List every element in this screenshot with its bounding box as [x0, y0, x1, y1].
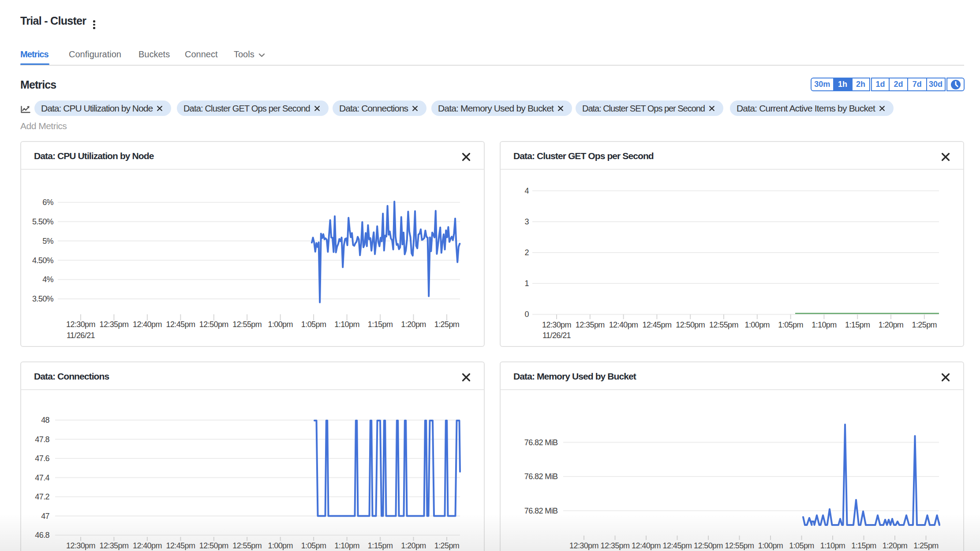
svg-text:4%: 4%: [42, 275, 53, 284]
svg-text:1:10pm: 1:10pm: [334, 320, 359, 329]
svg-text:76.82 MiB: 76.82 MiB: [524, 472, 558, 481]
svg-text:2: 2: [525, 248, 529, 257]
svg-text:1:25pm: 1:25pm: [434, 541, 459, 550]
svg-text:1:15pm: 1:15pm: [845, 320, 870, 329]
svg-text:1:20pm: 1:20pm: [401, 541, 426, 550]
svg-text:12:45pm: 12:45pm: [166, 541, 195, 550]
svg-text:1:00pm: 1:00pm: [268, 541, 292, 550]
svg-text:12:55pm: 12:55pm: [232, 320, 262, 329]
svg-text:12:50pm: 12:50pm: [199, 320, 228, 329]
svg-text:47.4: 47.4: [35, 473, 49, 482]
svg-text:12:45pm: 12:45pm: [166, 320, 195, 329]
svg-text:12:30pm: 12:30pm: [569, 541, 598, 550]
svg-text:12:35pm: 12:35pm: [576, 320, 605, 329]
svg-text:1:00pm: 1:00pm: [268, 320, 292, 329]
svg-text:12:50pm: 12:50pm: [694, 541, 723, 550]
svg-text:12:45pm: 12:45pm: [642, 320, 671, 329]
svg-text:1:10pm: 1:10pm: [334, 541, 359, 550]
svg-text:1:15pm: 1:15pm: [851, 541, 876, 550]
svg-text:3: 3: [525, 217, 529, 226]
svg-text:76.82 MiB: 76.82 MiB: [524, 506, 558, 515]
svg-text:12:55pm: 12:55pm: [725, 541, 754, 550]
svg-text:4: 4: [525, 186, 529, 195]
svg-text:12:30pm: 12:30pm: [542, 320, 571, 329]
svg-text:12:45pm: 12:45pm: [663, 541, 692, 550]
svg-text:5.50%: 5.50%: [32, 217, 54, 226]
svg-text:1:05pm: 1:05pm: [778, 320, 803, 329]
svg-text:47.2: 47.2: [35, 492, 49, 501]
svg-text:1:05pm: 1:05pm: [789, 541, 814, 550]
svg-text:47.6: 47.6: [35, 454, 49, 463]
svg-text:1:25pm: 1:25pm: [434, 320, 459, 329]
svg-text:46.8: 46.8: [35, 531, 49, 540]
svg-text:1:10pm: 1:10pm: [820, 541, 845, 550]
svg-text:12:35pm: 12:35pm: [601, 541, 630, 550]
svg-text:3.50%: 3.50%: [32, 294, 54, 303]
svg-text:12:30pm: 12:30pm: [66, 541, 95, 550]
svg-text:1:20pm: 1:20pm: [401, 320, 426, 329]
svg-text:12:35pm: 12:35pm: [99, 320, 128, 329]
svg-text:1:00pm: 1:00pm: [758, 541, 783, 550]
svg-text:1:15pm: 1:15pm: [368, 541, 393, 550]
svg-text:0: 0: [525, 310, 529, 319]
svg-text:1:10pm: 1:10pm: [812, 320, 836, 329]
svg-text:76.82 MiB: 76.82 MiB: [524, 438, 558, 447]
svg-text:48: 48: [41, 416, 49, 424]
svg-text:1: 1: [525, 279, 529, 288]
svg-text:1:25pm: 1:25pm: [912, 320, 937, 329]
svg-text:1:00pm: 1:00pm: [745, 320, 770, 329]
svg-text:47: 47: [41, 512, 49, 521]
svg-text:1:20pm: 1:20pm: [883, 541, 907, 550]
svg-text:11/26/21: 11/26/21: [542, 331, 571, 340]
svg-text:12:35pm: 12:35pm: [99, 541, 128, 550]
svg-text:1:05pm: 1:05pm: [301, 541, 326, 550]
svg-text:12:40pm: 12:40pm: [609, 320, 638, 329]
svg-text:11/26/21: 11/26/21: [67, 331, 95, 340]
svg-text:4.50%: 4.50%: [32, 256, 54, 265]
svg-text:12:55pm: 12:55pm: [232, 541, 262, 550]
svg-text:12:30pm: 12:30pm: [66, 320, 95, 329]
svg-text:12:50pm: 12:50pm: [199, 541, 228, 550]
svg-text:1:05pm: 1:05pm: [301, 320, 326, 329]
svg-text:12:50pm: 12:50pm: [676, 320, 705, 329]
svg-text:6%: 6%: [42, 198, 53, 207]
svg-text:12:40pm: 12:40pm: [133, 320, 162, 329]
svg-text:1:15pm: 1:15pm: [368, 320, 393, 329]
svg-text:1:25pm: 1:25pm: [913, 541, 938, 550]
svg-text:12:40pm: 12:40pm: [632, 541, 661, 550]
svg-text:47.8: 47.8: [35, 435, 49, 444]
svg-text:12:40pm: 12:40pm: [133, 541, 162, 550]
svg-text:5%: 5%: [42, 237, 53, 246]
svg-text:1:20pm: 1:20pm: [879, 320, 903, 329]
svg-text:12:55pm: 12:55pm: [709, 320, 738, 329]
